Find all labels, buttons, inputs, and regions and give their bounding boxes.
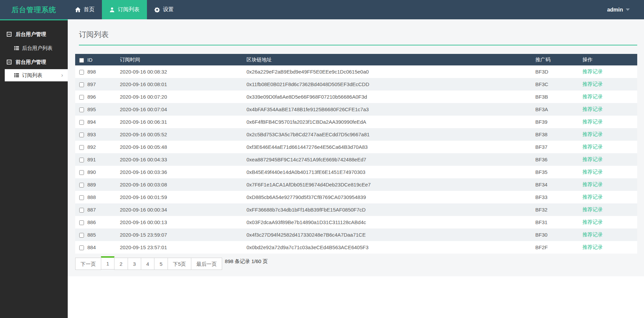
cell-id: 892: [87, 141, 120, 153]
cell-blockchain-address: 0x2c5Bd753C3A5c7b8Cd2747aaEECdd7D5c9667a…: [246, 128, 535, 141]
table-header-row: ID 订阅时间 区块链地址 推广码 操作: [75, 54, 637, 65]
referral-records-link[interactable]: 推荐记录: [582, 119, 603, 124]
cell-subscribe-time: 2020-09-16 00:00:34: [120, 203, 246, 216]
sidebar-item-label: 后台用户列表: [22, 45, 52, 52]
username-label: admin: [607, 7, 623, 13]
cell-id: 889: [87, 178, 120, 191]
cell-subscribe-time: 2020-09-16 00:03:08: [120, 178, 246, 191]
referral-records-link[interactable]: 推荐记录: [582, 94, 603, 99]
chevron-down-icon: [626, 8, 630, 11]
sidebar-group-backend-users[interactable]: 后台用户管理: [0, 27, 68, 41]
referral-records-link[interactable]: 推荐记录: [582, 194, 603, 200]
user-icon: [109, 7, 115, 13]
nav-item-settings[interactable]: 设置: [147, 0, 181, 19]
referral-records-link[interactable]: 推荐记录: [582, 68, 603, 74]
referral-records-link[interactable]: 推荐记录: [582, 169, 603, 175]
cell-promo-code: BF32: [535, 203, 582, 216]
cell-subscribe-time: 2020-09-16 00:03:36: [120, 166, 246, 178]
cell-promo-code: BF36: [535, 153, 582, 166]
table-row: 893 2020-09-16 00:05:52 0x2c5Bd753C3A5c7…: [75, 128, 637, 141]
table-row: 886 2020-09-16 00:00:13 0x03F2dcaA93f89B…: [75, 216, 637, 228]
referral-records-link[interactable]: 推荐记录: [582, 156, 603, 162]
cell-promo-code: BF2F: [535, 241, 582, 254]
cell-id: 887: [87, 203, 120, 216]
record-count-summary: 898 条记录 1/60 页: [225, 258, 268, 265]
cell-blockchain-address: 0x7F6F1e1ACA1AfDb051E9674d4Deb23DCe819cE…: [246, 178, 535, 191]
cell-promo-code: BF30: [535, 228, 582, 241]
table-row: 884 2020-09-15 23:57:01 0x0bd2e92a72d9a7…: [75, 241, 637, 254]
sidebar-group-label: 前台用户管理: [16, 59, 46, 65]
referral-records-link[interactable]: 推荐记录: [582, 206, 603, 212]
cell-blockchain-address: 0x26a229eF2aB9Ebd9e49FF5E0EEe9c1Dc0615e0…: [246, 65, 535, 78]
table-row: 891 2020-09-16 00:04:33 0xea8872945BF9C1…: [75, 153, 637, 166]
cell-subscribe-time: 2020-09-15 23:57:01: [120, 241, 246, 254]
row-checkbox[interactable]: [79, 195, 84, 200]
nav-item-home[interactable]: 首页: [68, 0, 102, 19]
pagination-button-2[interactable]: 2: [114, 258, 128, 270]
cell-subscribe-time: 2020-09-16 00:08:32: [120, 65, 246, 78]
pagination-button-下一页[interactable]: 下一页: [75, 258, 101, 270]
sidebar-item-backend-user-list[interactable]: 后台用户列表: [0, 41, 68, 55]
referral-records-link[interactable]: 推荐记录: [582, 219, 603, 225]
cell-subscribe-time: 2020-09-16 00:06:31: [120, 116, 246, 128]
user-menu[interactable]: admin: [607, 0, 630, 19]
row-checkbox[interactable]: [79, 233, 84, 238]
sidebar-group-frontend-users[interactable]: 前台用户管理: [0, 55, 68, 69]
chevron-right-icon: ›: [61, 72, 63, 78]
referral-records-link[interactable]: 推荐记录: [582, 131, 603, 137]
cell-promo-code: BF38: [535, 128, 582, 141]
pagination-button-1[interactable]: 1: [101, 256, 114, 270]
cell-id: 888: [87, 191, 120, 203]
row-checkbox[interactable]: [79, 120, 84, 125]
pager-row: 下一页12345下5页最后一页 898 条记录 1/60 页: [75, 258, 644, 270]
nav-item-label: 设置: [163, 6, 174, 13]
row-checkbox[interactable]: [79, 82, 84, 87]
page-title: 订阅列表: [79, 29, 637, 45]
cell-id: 895: [87, 103, 120, 116]
table-row: 898 2020-09-16 00:08:32 0x26a229eF2aB9Eb…: [75, 65, 637, 78]
gear-icon: [154, 7, 160, 13]
table-row: 888 2020-09-16 00:01:59 0xD885cb6A54e927…: [75, 191, 637, 203]
referral-records-link[interactable]: 推荐记录: [582, 144, 603, 150]
select-all-checkbox[interactable]: [79, 58, 84, 63]
nav-item-subscriptions[interactable]: 订阅列表: [102, 0, 147, 19]
cell-promo-code: BF3B: [535, 91, 582, 103]
referral-records-link[interactable]: 推荐记录: [582, 81, 603, 87]
referral-records-link[interactable]: 推荐记录: [582, 106, 603, 112]
row-checkbox[interactable]: [79, 70, 84, 75]
column-header-time: 订阅时间: [120, 54, 246, 65]
row-checkbox[interactable]: [79, 107, 84, 112]
row-checkbox[interactable]: [79, 245, 84, 250]
cell-blockchain-address: 0x11fb08E0B021F8d6c7362Bd4048D505EF3dEcC…: [246, 78, 535, 91]
row-checkbox[interactable]: [79, 133, 84, 137]
cell-subscribe-time: 2020-09-16 00:00:13: [120, 216, 246, 228]
cell-blockchain-address: 0xD885cb6A54e927790d5f37CfB769CA07309548…: [246, 191, 535, 203]
row-checkbox[interactable]: [79, 95, 84, 100]
cell-id: 898: [87, 65, 120, 78]
cell-blockchain-address: 0xB45E49f440e14dA0b401713fE6E1451E749703…: [246, 166, 535, 178]
row-checkbox[interactable]: [79, 158, 84, 162]
referral-records-link[interactable]: 推荐记录: [582, 232, 603, 237]
row-checkbox[interactable]: [79, 208, 84, 213]
pagination-button-5[interactable]: 5: [154, 258, 168, 270]
row-checkbox[interactable]: [79, 170, 84, 175]
pagination-button-3[interactable]: 3: [128, 258, 141, 270]
sidebar-item-subscription-list[interactable]: 订阅列表 ›: [5, 69, 68, 81]
row-checkbox[interactable]: [79, 145, 84, 150]
referral-records-link[interactable]: 推荐记录: [582, 181, 603, 187]
referral-records-link[interactable]: 推荐记录: [582, 244, 603, 250]
cell-subscribe-time: 2020-09-16 00:08:01: [120, 78, 246, 91]
pagination-button-最后一页[interactable]: 最后一页: [191, 258, 222, 270]
pagination-button-4[interactable]: 4: [141, 258, 154, 270]
row-checkbox[interactable]: [79, 220, 84, 225]
cell-subscribe-time: 2020-09-16 00:07:04: [120, 103, 246, 116]
cell-id: 890: [87, 166, 120, 178]
subscription-table: ID 订阅时间 区块链地址 推广码 操作 898 2020-09-16 00:0…: [75, 54, 637, 254]
column-header-code: 推广码: [535, 54, 582, 65]
pagination-button-下5页[interactable]: 下5页: [168, 258, 191, 270]
cell-blockchain-address: 0x4bFAF354AaBE1748B1fe9125B6680F26CFE1c7…: [246, 103, 535, 116]
row-checkbox[interactable]: [79, 183, 84, 187]
cell-promo-code: BF37: [535, 141, 582, 153]
cell-blockchain-address: 0x6F4fBFB4C95701fa2023f1CBDa2AA390990feE…: [246, 116, 535, 128]
minus-square-icon: [7, 60, 12, 64]
